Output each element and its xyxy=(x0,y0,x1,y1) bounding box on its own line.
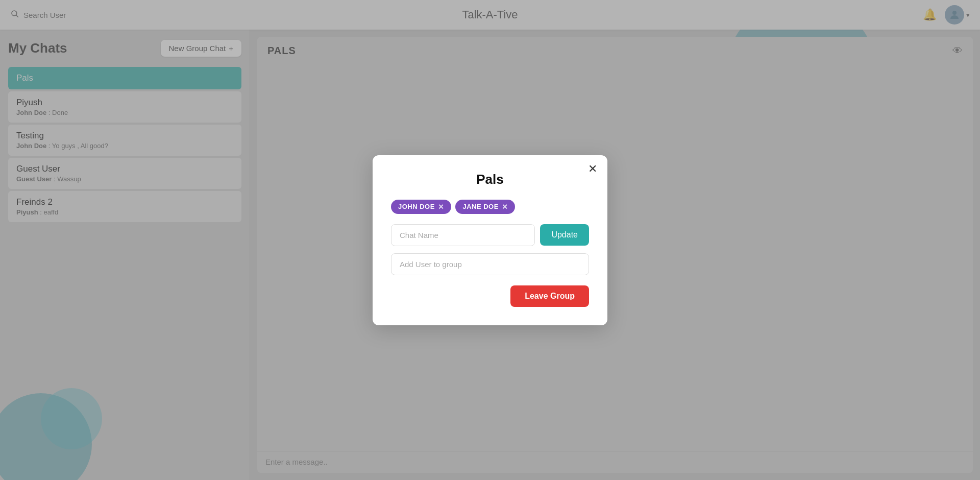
modal-title: Pals xyxy=(391,172,589,187)
leave-group-button[interactable]: Leave Group xyxy=(510,285,589,307)
remove-john-doe-button[interactable]: ✕ xyxy=(438,203,445,211)
add-user-input[interactable] xyxy=(391,253,589,275)
modal-tags: JOHN DOE ✕ JANE DOE ✕ xyxy=(391,200,589,214)
tag-john-doe: JOHN DOE ✕ xyxy=(391,200,451,214)
modal-overlay[interactable]: ✕ Pals JOHN DOE ✕ JANE DOE ✕ Update Leav… xyxy=(0,0,980,480)
tag-label: JOHN DOE xyxy=(398,203,435,210)
chat-name-input[interactable] xyxy=(391,224,535,246)
tag-jane-doe: JANE DOE ✕ xyxy=(455,200,515,214)
modal-close-button[interactable]: ✕ xyxy=(588,163,597,175)
group-settings-modal: ✕ Pals JOHN DOE ✕ JANE DOE ✕ Update Leav… xyxy=(373,155,607,325)
remove-jane-doe-button[interactable]: ✕ xyxy=(502,203,508,211)
tag-label: JANE DOE xyxy=(462,203,498,210)
chat-name-row: Update xyxy=(391,224,589,246)
update-button[interactable]: Update xyxy=(540,224,589,246)
modal-footer: Leave Group xyxy=(391,285,589,307)
